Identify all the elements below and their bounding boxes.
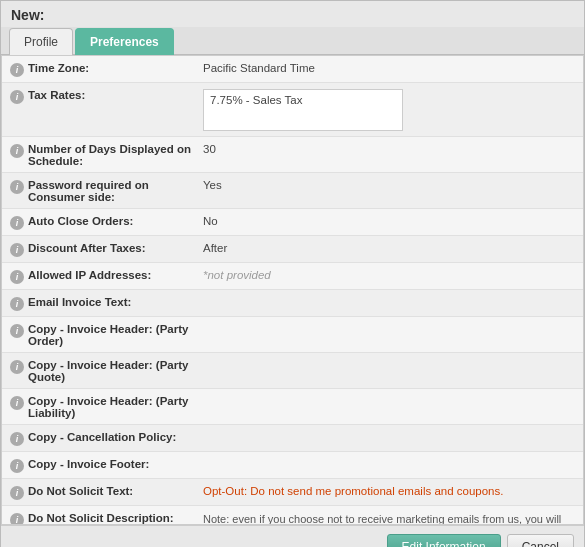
tabs-bar: Profile Preferences: [1, 27, 584, 55]
row-discount: i Discount After Taxes: After: [2, 236, 583, 263]
info-icon-party-order: i: [10, 322, 28, 338]
label-auto-close: Auto Close Orders:: [28, 214, 203, 227]
tax-box[interactable]: 7.75% - Sales Tax: [203, 89, 403, 131]
label-allowed-ip: Allowed IP Addresses:: [28, 268, 203, 281]
info-icon-tax: i: [10, 88, 28, 104]
row-copy-party-quote: i Copy - Invoice Header: (Party Quote): [2, 353, 583, 389]
value-auto-close: No: [203, 214, 575, 227]
row-password: i Password required on Consumer side: Ye…: [2, 173, 583, 209]
row-copy-party-liability: i Copy - Invoice Header: (Party Liabilit…: [2, 389, 583, 425]
info-icon-allowed-ip: i: [10, 268, 28, 284]
value-cancellation: [203, 430, 575, 431]
value-password: Yes: [203, 178, 575, 191]
value-copy-party-liability: [203, 394, 575, 395]
label-timezone: Time Zone:: [28, 61, 203, 74]
label-copy-party-liability: Copy - Invoice Header: (Party Liability): [28, 394, 203, 419]
cancel-button[interactable]: Cancel: [507, 534, 574, 547]
window-title: New:: [1, 1, 584, 27]
window: New: Profile Preferences i Time Zone: Pa…: [0, 0, 585, 547]
row-invoice-footer: i Copy - Invoice Footer:: [2, 452, 583, 479]
row-allowed-ip: i Allowed IP Addresses: *not provided: [2, 263, 583, 290]
value-allowed-ip: *not provided: [203, 268, 575, 281]
label-email-invoice: Email Invoice Text:: [28, 295, 203, 308]
label-do-not-solicit-desc: Do Not Solicit Description:: [28, 511, 203, 524]
label-copy-party-quote: Copy - Invoice Header: (Party Quote): [28, 358, 203, 383]
label-invoice-footer: Copy - Invoice Footer:: [28, 457, 203, 470]
row-copy-party-order: i Copy - Invoice Header: (Party Order): [2, 317, 583, 353]
label-tax-rates: Tax Rates:: [28, 88, 203, 101]
row-timezone: i Time Zone: Pacific Standard Time: [2, 56, 583, 83]
row-days-displayed: i Number of Days Displayed on Schedule: …: [2, 137, 583, 173]
value-invoice-footer: [203, 457, 575, 458]
value-tax-rates: 7.75% - Sales Tax: [203, 88, 575, 131]
value-copy-party-order: [203, 322, 575, 323]
value-copy-party-quote: [203, 358, 575, 359]
info-icon-cancellation: i: [10, 430, 28, 446]
value-timezone: Pacific Standard Time: [203, 61, 575, 74]
label-discount: Discount After Taxes:: [28, 241, 203, 254]
label-cancellation: Copy - Cancellation Policy:: [28, 430, 203, 443]
info-icon-do-not-solicit-desc: i: [10, 511, 28, 525]
tab-preferences[interactable]: Preferences: [75, 28, 174, 55]
info-icon-party-quote: i: [10, 358, 28, 374]
content-area: i Time Zone: Pacific Standard Time i Tax…: [1, 55, 584, 525]
info-icon-email-invoice: i: [10, 295, 28, 311]
row-do-not-solicit-desc: i Do Not Solicit Description: Note: even…: [2, 506, 583, 525]
row-email-invoice: i Email Invoice Text:: [2, 290, 583, 317]
info-icon-days: i: [10, 142, 28, 158]
info-icon-discount: i: [10, 241, 28, 257]
row-auto-close: i Auto Close Orders: No: [2, 209, 583, 236]
edit-information-button[interactable]: Edit Information: [387, 534, 501, 547]
value-email-invoice: [203, 295, 575, 296]
info-icon-do-not-solicit: i: [10, 484, 28, 500]
row-tax-rates: i Tax Rates: 7.75% - Sales Tax: [2, 83, 583, 137]
row-cancellation: i Copy - Cancellation Policy:: [2, 425, 583, 452]
value-discount: After: [203, 241, 575, 254]
info-icon-party-liability: i: [10, 394, 28, 410]
row-do-not-solicit: i Do Not Solicit Text: Opt-Out: Do not s…: [2, 479, 583, 506]
value-days-displayed: 30: [203, 142, 575, 155]
info-icon-timezone: i: [10, 61, 28, 77]
label-copy-party-order: Copy - Invoice Header: (Party Order): [28, 322, 203, 347]
tab-profile[interactable]: Profile: [9, 28, 73, 55]
label-days-displayed: Number of Days Displayed on Schedule:: [28, 142, 203, 167]
info-icon-auto-close: i: [10, 214, 28, 230]
info-icon-password: i: [10, 178, 28, 194]
value-do-not-solicit-desc: Note: even if you choose not to receive …: [203, 511, 575, 525]
label-do-not-solicit: Do Not Solicit Text:: [28, 484, 203, 497]
footer: Edit Information Cancel: [1, 525, 584, 547]
value-do-not-solicit: Opt-Out: Do not send me promotional emai…: [203, 484, 575, 497]
label-password: Password required on Consumer side:: [28, 178, 203, 203]
info-icon-invoice-footer: i: [10, 457, 28, 473]
